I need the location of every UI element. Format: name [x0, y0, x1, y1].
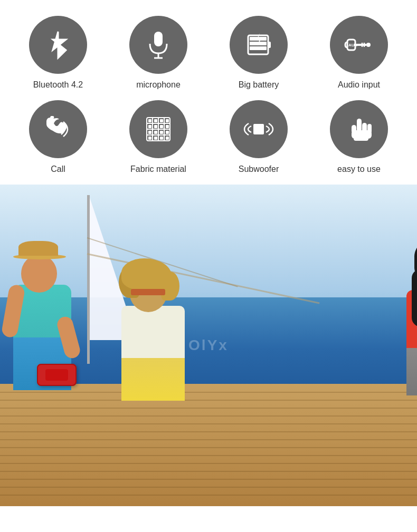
svg-rect-33	[166, 131, 169, 134]
deck-line-9	[0, 455, 417, 456]
subwoofer-label: Subwoofer	[239, 165, 279, 174]
speaker-product	[37, 364, 77, 386]
svg-point-9	[366, 43, 371, 47]
feature-bluetooth: Bluetooth 4.2	[11, 16, 106, 90]
hand-icon	[343, 113, 375, 145]
svg-rect-27	[154, 125, 157, 128]
svg-rect-37	[166, 137, 169, 140]
svg-rect-28	[160, 125, 163, 128]
svg-rect-26	[148, 125, 151, 128]
feature-microphone: microphone	[111, 16, 206, 90]
microphone-label: microphone	[136, 80, 181, 90]
battery-icon-circle	[230, 16, 288, 74]
aux-icon: AUX	[343, 29, 375, 61]
deck-line-8	[0, 447, 417, 448]
deck-line-5	[0, 423, 417, 424]
svg-rect-23	[154, 119, 157, 122]
features-grid: Bluetooth 4.2 microphone	[11, 16, 406, 174]
easy-label: easy to use	[337, 165, 381, 174]
svg-rect-25	[166, 119, 169, 122]
svg-rect-30	[148, 131, 151, 134]
fabric-label: Fabric material	[130, 165, 186, 174]
subwoofer-icon-circle	[230, 100, 288, 158]
deck-line-6	[0, 431, 417, 432]
fabric-icon-circle	[129, 100, 187, 158]
svg-rect-38	[253, 124, 264, 134]
deck-background	[0, 384, 417, 506]
feature-easy: easy to use	[311, 100, 406, 174]
svg-rect-35	[154, 137, 157, 140]
photo-scene: OlYx	[0, 185, 417, 506]
svg-rect-4	[268, 42, 271, 48]
svg-rect-24	[160, 119, 163, 122]
svg-rect-34	[148, 137, 151, 140]
microphone-icon	[143, 29, 174, 61]
deck-line-7	[0, 439, 417, 440]
call-label: Call	[51, 165, 65, 174]
easy-icon-circle	[330, 100, 388, 158]
call-icon-circle	[29, 100, 87, 158]
svg-rect-32	[160, 131, 163, 134]
photo-section: OlYx	[0, 185, 417, 506]
deck-line-12	[0, 479, 417, 480]
microphone-icon-circle	[129, 16, 187, 74]
deck-line-4	[0, 415, 417, 417]
feature-subwoofer: Subwoofer	[211, 100, 306, 174]
feature-aux: AUX Audio input	[311, 16, 406, 90]
call-icon	[42, 113, 74, 145]
svg-rect-39	[357, 119, 362, 132]
svg-rect-44	[354, 137, 368, 141]
bluetooth-icon-circle	[29, 16, 87, 74]
aux-label: Audio input	[338, 80, 380, 90]
svg-rect-29	[166, 125, 169, 128]
svg-rect-22	[148, 119, 151, 122]
feature-fabric: Fabric material	[111, 100, 206, 174]
deck-line-1	[0, 392, 417, 393]
bluetooth-label: Bluetooth 4.2	[33, 80, 83, 90]
deck-line-11	[0, 471, 417, 472]
feature-battery: Big battery	[211, 16, 306, 90]
subwoofer-icon	[243, 113, 274, 145]
deck-line-13	[0, 487, 417, 488]
battery-label: Big battery	[239, 80, 279, 90]
features-section: Bluetooth 4.2 microphone	[0, 0, 417, 185]
deck-line-2	[0, 400, 417, 401]
svg-rect-0	[154, 32, 163, 46]
svg-rect-36	[160, 137, 163, 140]
deck-line-10	[0, 463, 417, 464]
svg-rect-31	[154, 131, 157, 134]
deck-line-3	[0, 408, 417, 409]
watermark: OlYx	[188, 337, 229, 354]
svg-text:AUX: AUX	[348, 43, 358, 47]
fabric-icon	[143, 113, 174, 145]
deck-line-14	[0, 495, 417, 496]
bluetooth-icon	[42, 29, 74, 61]
aux-icon-circle: AUX	[330, 16, 388, 74]
battery-icon	[243, 29, 274, 61]
feature-call: Call	[11, 100, 106, 174]
svg-rect-7	[250, 46, 267, 50]
